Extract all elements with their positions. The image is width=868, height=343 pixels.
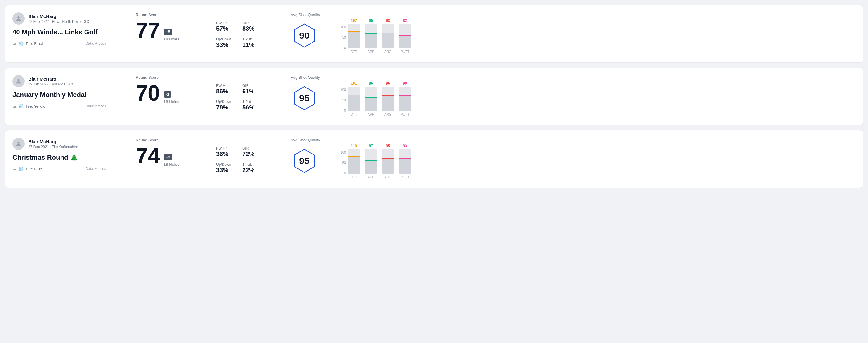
bar-wrapper — [399, 24, 411, 48]
user-name: Blair McHarg — [28, 14, 89, 19]
fw-hit-value: 86% — [216, 88, 235, 95]
divider-2 — [206, 12, 207, 55]
score-detail: +2 18 Holes — [163, 154, 179, 167]
updown-value: 33% — [216, 41, 235, 48]
chart-container: 100 50 0 110 OTT 87 APP 95 — [339, 144, 856, 180]
bar-fill — [365, 33, 377, 48]
bar-wrapper — [382, 24, 394, 48]
quality-label: Avg Shot Quality — [291, 75, 320, 80]
bar-value: 95 — [369, 19, 373, 23]
chart-spacer — [339, 75, 856, 81]
bar-wrapper — [348, 24, 360, 48]
chart-container: 100 50 0 107 OTT 95 APP 98 — [339, 19, 856, 55]
updown-label: Up/Down — [216, 37, 235, 41]
quality-section: Avg Shot Quality 90 — [291, 12, 339, 55]
avatar — [12, 75, 25, 87]
stats-section: FW Hit 36% GIR 72% Up/Down 33% 1 Putt 22… — [216, 138, 271, 180]
bar-wrapper — [382, 87, 394, 111]
y-mid: 50 — [339, 98, 346, 102]
oneputt-value: 56% — [242, 104, 261, 111]
svg-point-1 — [17, 79, 20, 81]
bar-wrapper — [382, 149, 394, 174]
oneputt-label: 1 Putt — [242, 162, 261, 167]
bar-indicator — [365, 160, 377, 161]
hexagon: 95 — [291, 85, 318, 112]
bar-label: APP — [368, 50, 374, 54]
bar-label: OTT — [350, 50, 357, 54]
y-max: 100 — [339, 25, 346, 29]
fw-hit-stat: FW Hit 57% — [216, 21, 235, 32]
round-title: January Monthly Medal — [12, 91, 106, 99]
card-left: Blair McHarg 12 Feb 2022 · Royal North D… — [12, 12, 116, 55]
user-info: Blair McHarg 27 Dec 2021 · The Oxfordshi… — [28, 139, 78, 149]
bar-fill — [365, 160, 377, 174]
bar-indicator — [348, 156, 360, 157]
bar-wrapper — [399, 87, 411, 111]
fw-hit-label: FW Hit — [216, 84, 235, 88]
bar-indicator — [365, 33, 377, 34]
stats-section: FW Hit 86% GIR 61% Up/Down 78% 1 Putt 56… — [216, 75, 271, 118]
user-header: Blair McHarg 12 Feb 2022 · Royal North D… — [12, 12, 106, 25]
bar-indicator — [382, 33, 394, 33]
score-label: Round Score — [135, 12, 187, 17]
updown-stat: Up/Down 78% — [216, 100, 235, 111]
bar-group: 98 ARG — [382, 19, 394, 54]
gir-label: GIR — [242, 21, 261, 25]
holes-text: 18 Holes — [163, 99, 179, 104]
bar-group: 107 OTT — [348, 19, 360, 54]
hex-score: 95 — [299, 93, 309, 103]
hex-score: 95 — [299, 156, 309, 166]
fw-hit-label: FW Hit — [216, 146, 235, 151]
quality-section: Avg Shot Quality 95 — [291, 75, 339, 118]
stats-grid: FW Hit 36% GIR 72% Up/Down 33% 1 Putt 22… — [216, 146, 261, 174]
bar-value: 93 — [403, 144, 407, 148]
bar-indicator — [382, 95, 394, 96]
bar-group: 87 APP — [365, 144, 377, 179]
updown-label: Up/Down — [216, 100, 235, 104]
divider-3 — [281, 12, 281, 55]
bar-value: 86 — [369, 81, 373, 86]
data-source: Data: Arccos — [86, 167, 106, 171]
chart-container: 100 50 0 101 OTT 86 APP 96 — [339, 81, 856, 118]
holes-text: 18 Holes — [163, 162, 179, 167]
round-card-2: Blair McHarg 29 Jan 2022 · Mill Ride GCC… — [5, 67, 863, 125]
y-min: 0 — [339, 171, 346, 175]
hexagon: 95 — [291, 147, 318, 175]
bar-group: 82 PUTT — [399, 19, 411, 54]
updown-label: Up/Down — [216, 162, 235, 167]
y-min: 0 — [339, 108, 346, 112]
hex-container: 95 — [291, 85, 318, 112]
round-card-3: Blair McHarg 27 Dec 2021 · The Oxfordshi… — [5, 130, 863, 188]
oneputt-value: 22% — [242, 167, 261, 174]
stats-header-spacer — [216, 138, 261, 144]
bar-wrapper — [365, 24, 377, 48]
score-detail: +5 18 Holes — [163, 29, 179, 41]
updown-value: 33% — [216, 167, 235, 174]
bar-indicator — [348, 31, 360, 32]
stats-grid: FW Hit 86% GIR 61% Up/Down 78% 1 Putt 56… — [216, 84, 261, 111]
bar-group: 95 APP — [365, 19, 377, 54]
bar-wrapper — [365, 149, 377, 174]
round-card-1: Blair McHarg 12 Feb 2022 · Royal North D… — [5, 5, 863, 63]
gir-value: 61% — [242, 88, 261, 95]
app-container: Blair McHarg 12 Feb 2022 · Royal North D… — [5, 5, 863, 188]
wind-icon: 💨 — [19, 166, 24, 171]
tee-label: Tee: Blue — [26, 167, 42, 171]
card-footer: ☁ 💨 Tee: Black Data: Arccos — [12, 41, 106, 46]
bar-group: 99 PUTT — [399, 81, 411, 116]
bar-fill — [348, 156, 360, 174]
oneputt-stat: 1 Putt 56% — [242, 100, 261, 111]
divider-3 — [281, 75, 281, 118]
bar-wrapper — [365, 87, 377, 111]
user-info: Blair McHarg 12 Feb 2022 · Royal North D… — [28, 14, 89, 24]
score-value: 77 — [135, 20, 160, 41]
card-footer: ☁ 💨 Tee: Blue Data: Arccos — [12, 166, 106, 171]
weather-icon: ☁ — [12, 104, 17, 108]
gir-label: GIR — [242, 146, 261, 151]
score-value: 74 — [135, 145, 160, 167]
bars-container: 101 OTT 86 APP 96 ARG 99 — [348, 81, 411, 116]
bar-label: APP — [368, 175, 374, 179]
hex-score: 90 — [299, 30, 309, 41]
fw-hit-label: FW Hit — [216, 21, 235, 25]
bar-label: OTT — [350, 175, 357, 179]
